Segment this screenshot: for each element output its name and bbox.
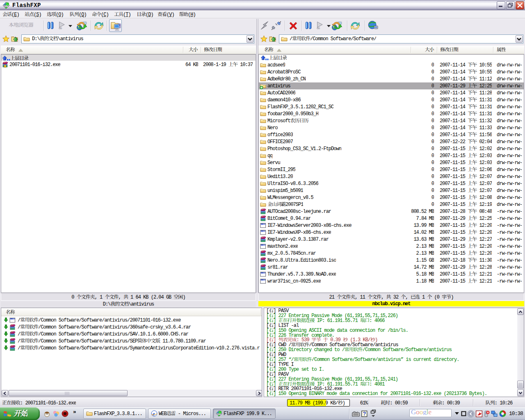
svg-text:?: ?: [363, 411, 366, 417]
